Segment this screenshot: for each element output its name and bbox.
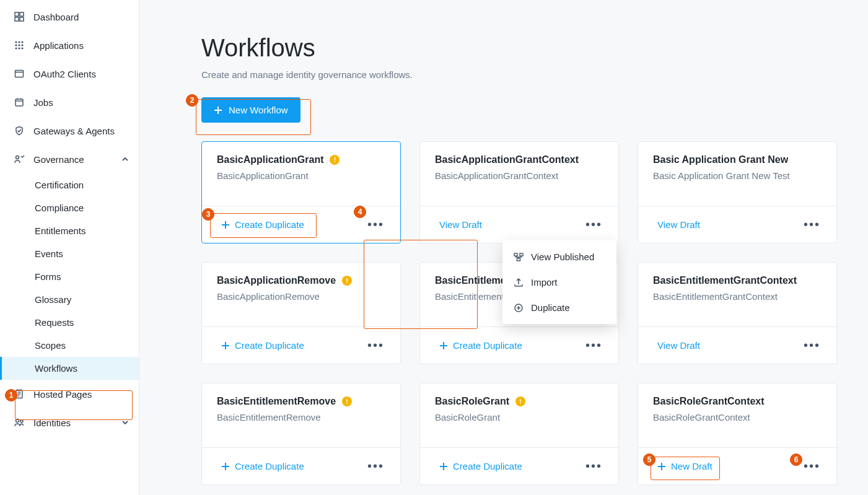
card-more-button[interactable]: ••• xyxy=(582,457,606,476)
warning-badge-icon: ! xyxy=(342,396,352,406)
window-icon xyxy=(14,68,25,79)
workflow-card-title: BasicRoleGrantContext xyxy=(653,396,822,407)
sidebar-item-label: Governance xyxy=(33,154,84,165)
view-draft-button[interactable]: View Draft xyxy=(651,336,707,355)
view-draft-button[interactable]: View Draft xyxy=(432,215,489,234)
page-subtitle: Create and manage identity governance wo… xyxy=(201,69,868,80)
svg-rect-40 xyxy=(514,253,517,256)
svg-point-5 xyxy=(18,41,20,43)
shield-icon xyxy=(14,125,25,136)
duplicate-icon xyxy=(514,303,524,313)
svg-rect-41 xyxy=(520,253,523,256)
svg-point-10 xyxy=(15,47,17,49)
sidebar-item-jobs[interactable]: Jobs xyxy=(0,88,139,116)
sidebar-item-dashboard[interactable]: Dashboard xyxy=(0,2,139,31)
svg-rect-1 xyxy=(20,12,24,16)
workflow-card[interactable]: BasicEntitlementGrantContextBasicEntitle… xyxy=(638,262,837,364)
workflow-card-subtitle: BasicEntitlementGrantContext xyxy=(653,291,822,302)
create-duplicate-button[interactable]: Create Duplicate xyxy=(214,457,311,476)
menu-view-published[interactable]: View Published xyxy=(502,244,616,269)
card-more-button[interactable]: ••• xyxy=(582,215,606,234)
upload-icon xyxy=(514,278,524,287)
card-more-button[interactable]: ••• xyxy=(364,457,388,476)
svg-rect-42 xyxy=(517,258,520,261)
warning-badge-icon: ! xyxy=(515,396,525,406)
annotation-marker-2: 2 xyxy=(186,94,198,107)
card-more-button[interactable]: ••• xyxy=(364,336,388,355)
card-more-button[interactable]: ••• xyxy=(800,336,824,355)
sidebar-item-oauth2[interactable]: OAuth2 Clients xyxy=(0,59,139,88)
sidebar-item-hosted-pages[interactable]: Hosted Pages xyxy=(0,380,139,408)
apps-icon xyxy=(14,40,25,51)
svg-point-7 xyxy=(15,44,17,46)
workflow-card[interactable]: BasicApplicationRemove!BasicApplicationR… xyxy=(201,262,401,364)
workflow-card[interactable]: Basic Application Grant NewBasic Applica… xyxy=(638,141,837,243)
sidebar-item-identities[interactable]: Identities xyxy=(0,408,139,437)
svg-point-8 xyxy=(18,44,20,46)
sidebar-item-gateways[interactable]: Gateways & Agents xyxy=(0,116,139,145)
page-title: Workflows xyxy=(201,34,868,62)
annotation-marker-3: 3 xyxy=(202,208,214,221)
create-duplicate-button[interactable]: Create Duplicate xyxy=(214,215,311,234)
main-content: Workflows Create and manage identity gov… xyxy=(139,0,868,495)
svg-rect-3 xyxy=(20,17,24,21)
workflow-card-subtitle: BasicApplicationRemove xyxy=(217,291,385,302)
workflow-card-title: BasicEntitlementGrantContext xyxy=(653,275,822,286)
svg-rect-13 xyxy=(15,71,24,77)
flow-icon xyxy=(514,252,524,262)
new-workflow-button[interactable]: New Workflow xyxy=(201,97,300,123)
sidebar-item-label: OAuth2 Clients xyxy=(33,69,96,79)
sidebar-item-requests[interactable]: Requests xyxy=(0,311,139,334)
create-duplicate-button[interactable]: Create Duplicate xyxy=(432,336,529,355)
new-draft-button[interactable]: New Draft xyxy=(651,457,719,476)
sidebar-item-governance[interactable]: Governance xyxy=(0,145,139,173)
svg-point-12 xyxy=(21,47,23,49)
card-more-button[interactable]: ••• xyxy=(800,215,824,234)
annotation-marker-1: 1 xyxy=(5,389,17,401)
workflow-card[interactable]: BasicApplicationGrantContextBasicApplica… xyxy=(419,141,619,243)
menu-import[interactable]: Import xyxy=(502,269,616,295)
card-more-button[interactable]: ••• xyxy=(800,457,824,476)
sidebar-item-label: Jobs xyxy=(33,97,53,108)
chevron-down-icon xyxy=(121,419,129,426)
sidebar-item-compliance[interactable]: Compliance xyxy=(0,196,139,219)
plus-icon xyxy=(214,106,222,115)
identities-icon xyxy=(14,417,25,428)
sidebar-item-scopes[interactable]: Scopes xyxy=(0,334,139,357)
annotation-marker-4: 4 xyxy=(354,206,366,218)
sidebar-item-label: Dashboard xyxy=(33,12,79,22)
sidebar-item-applications[interactable]: Applications xyxy=(0,31,139,59)
sidebar-item-forms[interactable]: Forms xyxy=(0,265,139,288)
workflow-card-title: BasicEntitlementRemove! xyxy=(217,396,385,407)
create-duplicate-button[interactable]: Create Duplicate xyxy=(214,336,311,355)
sidebar-item-certification[interactable]: Certification xyxy=(0,173,139,196)
sidebar-item-workflows[interactable]: Workflows xyxy=(0,357,139,380)
workflow-card-subtitle: BasicRoleGrant xyxy=(435,412,603,423)
sidebar-item-entitlements[interactable]: Entitlements xyxy=(0,219,139,242)
sidebar-item-glossary[interactable]: Glossary xyxy=(0,288,139,311)
workflow-card-subtitle: BasicApplicationGrantContext xyxy=(435,170,603,181)
sidebar-item-label: Identities xyxy=(33,418,71,428)
workflow-card-subtitle: BasicRoleGrantContext xyxy=(653,412,822,423)
plus-icon xyxy=(657,462,666,471)
sidebar-item-events[interactable]: Events xyxy=(0,242,139,265)
card-more-button[interactable]: ••• xyxy=(364,215,388,234)
card-more-button[interactable]: ••• xyxy=(582,336,606,355)
workflow-card[interactable]: BasicApplicationGrant!BasicApplicationGr… xyxy=(201,141,401,243)
plus-icon xyxy=(221,462,230,471)
create-duplicate-button[interactable]: Create Duplicate xyxy=(432,457,529,476)
workflow-card[interactable]: BasicEntitlementRemove!BasicEntitlementR… xyxy=(201,383,401,485)
workflow-card[interactable]: BasicRoleGrant!BasicRoleGrantCreate Dupl… xyxy=(419,383,619,485)
calendar-icon xyxy=(14,97,25,108)
svg-point-9 xyxy=(21,44,23,46)
dashboard-icon xyxy=(14,11,25,22)
plus-icon xyxy=(439,341,448,350)
sidebar-item-label: Hosted Pages xyxy=(33,389,92,400)
workflow-card[interactable]: BasicRoleGrantContextBasicRoleGrantConte… xyxy=(638,383,837,485)
svg-rect-0 xyxy=(15,12,19,16)
menu-duplicate[interactable]: Duplicate xyxy=(502,295,616,320)
svg-point-25 xyxy=(20,420,23,423)
warning-badge-icon: ! xyxy=(342,276,352,286)
workflow-card-title: Basic Application Grant New xyxy=(653,154,822,165)
view-draft-button[interactable]: View Draft xyxy=(651,215,707,234)
